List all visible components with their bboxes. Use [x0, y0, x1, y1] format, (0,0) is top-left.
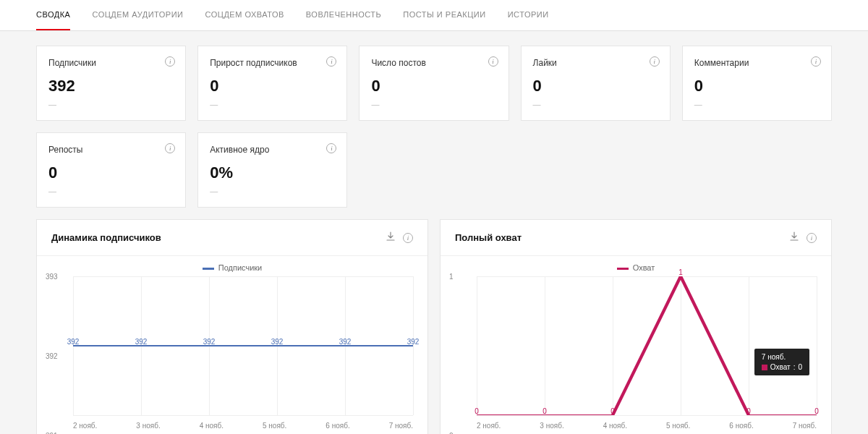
- tab-stories[interactable]: ИСТОРИИ: [508, 0, 549, 30]
- info-icon[interactable]: i: [807, 233, 817, 243]
- card-value: 392: [48, 77, 174, 95]
- y-tick: 391: [46, 432, 58, 435]
- x-axis: 2 нояб. 3 нояб. 4 нояб. 5 нояб. 6 нояб. …: [477, 422, 817, 430]
- info-icon[interactable]: i: [488, 56, 498, 67]
- card-delta: —: [48, 100, 174, 109]
- card-delta: —: [694, 100, 820, 109]
- card-active-core: i Активное ядро 0% —: [197, 132, 347, 208]
- data-label: 392: [135, 338, 148, 346]
- chart-plot-area: 1 0 0 0: [441, 276, 831, 434]
- card-likes: i Лайки 0 —: [521, 46, 671, 121]
- chart-line: [477, 276, 817, 415]
- tooltip-value: 0: [798, 363, 802, 371]
- chart-tooltip: 7 нояб. Охват: 0: [754, 349, 809, 375]
- info-icon[interactable]: i: [403, 233, 413, 243]
- x-tick: 3 нояб.: [540, 422, 563, 430]
- data-label: 392: [67, 338, 80, 346]
- download-icon[interactable]: [789, 231, 799, 244]
- y-tick: 392: [46, 352, 58, 360]
- card-delta: —: [371, 100, 496, 109]
- chart-legend: Охват: [441, 256, 831, 276]
- chart-legend: Подписчики: [37, 256, 427, 276]
- card-subscribers-growth: i Прирост подписчиков 0 —: [197, 46, 347, 121]
- tooltip-date: 7 нояб.: [762, 353, 802, 361]
- x-tick: 6 нояб.: [729, 422, 753, 430]
- card-value: 0: [694, 77, 820, 95]
- tab-audience-socdem[interactable]: СОЦДЕМ АУДИТОРИИ: [92, 0, 183, 30]
- card-title: Лайки: [533, 58, 658, 68]
- card-reposts: i Репосты 0 —: [36, 132, 186, 208]
- card-value: 0: [533, 77, 658, 95]
- card-delta: —: [533, 100, 658, 109]
- card-subscribers: i Подписчики 392 —: [36, 46, 186, 121]
- info-icon[interactable]: i: [811, 56, 821, 67]
- x-tick: 4 нояб.: [200, 422, 224, 430]
- card-title: Подписчики: [48, 58, 174, 68]
- card-delta: —: [210, 100, 335, 109]
- data-label: 0: [542, 407, 547, 415]
- x-tick: 4 нояб.: [603, 422, 627, 430]
- legend-swatch: [203, 268, 214, 270]
- card-delta: —: [48, 187, 174, 195]
- card-comments: i Комментарии 0 —: [682, 46, 832, 121]
- card-title: Репосты: [48, 145, 174, 155]
- legend-swatch: [617, 268, 629, 270]
- chart-subscribers-dynamics: Динамика подписчиков i Подписчики 393 39…: [36, 219, 428, 434]
- y-tick: 0: [449, 432, 454, 435]
- chart-title: Динамика подписчиков: [51, 232, 161, 243]
- card-title: Активное ядро: [210, 145, 335, 155]
- x-tick: 7 нояб.: [389, 422, 413, 430]
- download-icon[interactable]: [386, 231, 396, 244]
- y-tick: 393: [46, 273, 58, 281]
- x-tick: 3 нояб.: [136, 422, 160, 430]
- card-value: 0: [210, 77, 335, 95]
- tooltip-series: Охват: [770, 363, 791, 371]
- y-tick: 1: [449, 273, 454, 281]
- data-label: 0: [814, 407, 819, 415]
- chart-plot-area: 393 392 391: [37, 276, 427, 434]
- info-icon[interactable]: i: [650, 56, 660, 67]
- data-label: 392: [407, 338, 420, 346]
- data-label: 392: [203, 338, 216, 346]
- tab-engagement[interactable]: ВОВЛЕЧЕННОСТЬ: [306, 0, 381, 30]
- tooltip-swatch: [762, 365, 767, 370]
- x-tick: 7 нояб.: [793, 422, 817, 430]
- card-title: Прирост подписчиков: [210, 58, 335, 68]
- card-value: 0: [371, 77, 496, 95]
- card-delta: —: [210, 187, 335, 195]
- card-title: Комментарии: [694, 58, 820, 68]
- chart-title: Полный охват: [455, 232, 522, 243]
- data-label: 0: [746, 407, 751, 415]
- card-posts-count: i Число постов 0 —: [359, 46, 509, 121]
- card-title: Число постов: [371, 58, 496, 68]
- tab-summary[interactable]: СВОДКА: [36, 0, 70, 30]
- x-tick: 6 нояб.: [326, 422, 349, 430]
- chart-line: [73, 276, 413, 415]
- x-tick: 2 нояб.: [73, 422, 97, 430]
- x-tick: 2 нояб.: [477, 422, 501, 430]
- chart-full-reach: Полный охват i Охват 1 0: [440, 219, 832, 434]
- data-label: 0: [610, 407, 615, 415]
- card-value: 0: [48, 163, 174, 182]
- tab-posts-reactions[interactable]: ПОСТЫ И РЕАКЦИИ: [403, 0, 485, 30]
- x-axis: 2 нояб. 3 нояб. 4 нояб. 5 нояб. 6 нояб. …: [73, 422, 413, 430]
- x-tick: 5 нояб.: [666, 422, 690, 430]
- data-label: 392: [339, 338, 352, 346]
- tab-reach-socdem[interactable]: СОЦДЕМ ОХВАТОВ: [205, 0, 284, 30]
- card-value: 0%: [210, 163, 335, 182]
- tabs-bar: СВОДКА СОЦДЕМ АУДИТОРИИ СОЦДЕМ ОХВАТОВ В…: [0, 0, 868, 31]
- data-label: 1: [678, 268, 683, 276]
- data-label: 0: [475, 407, 479, 415]
- data-label: 392: [271, 338, 284, 346]
- x-tick: 5 нояб.: [263, 422, 286, 430]
